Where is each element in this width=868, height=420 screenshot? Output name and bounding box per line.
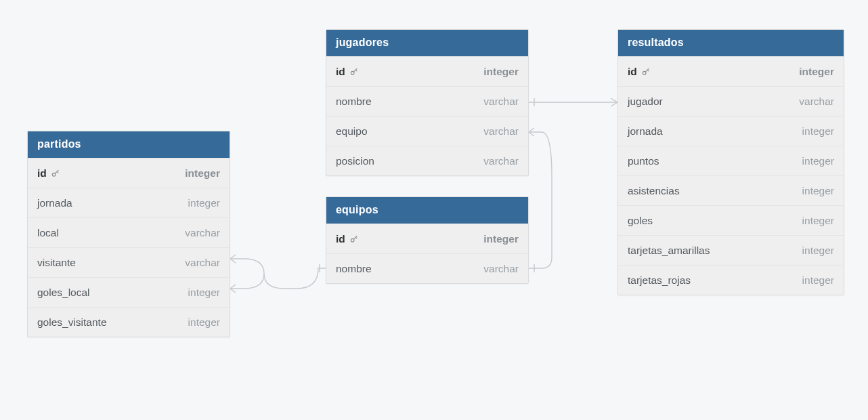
column-row: nombrevarchar: [326, 253, 528, 283]
column-row: goles_localinteger: [28, 277, 230, 307]
column-type: varchar: [483, 96, 519, 108]
column-row: id integer: [326, 224, 528, 253]
column-name: goles_local: [37, 287, 90, 299]
column-name: id: [336, 233, 345, 245]
column-type: varchar: [483, 155, 519, 167]
column-type: integer: [188, 287, 220, 299]
column-row: equipovarchar: [326, 116, 528, 146]
column-name: goles: [628, 215, 653, 227]
column-type: varchar: [185, 227, 220, 239]
column-type: varchar: [483, 263, 519, 275]
column-type: integer: [802, 155, 834, 167]
column-row: goles_visitanteinteger: [28, 307, 230, 337]
column-name: nombre: [336, 96, 372, 108]
column-row: jornadainteger: [28, 188, 230, 217]
primary-key-icon: [349, 67, 359, 77]
table-partidos: partidos id integer jornadainteger local…: [27, 131, 230, 337]
column-type: integer: [188, 197, 220, 209]
column-name: visitante: [37, 257, 76, 269]
column-type: integer: [185, 167, 220, 180]
column-type: integer: [483, 66, 519, 78]
column-type: integer: [802, 274, 834, 287]
column-row: localvarchar: [28, 217, 230, 247]
column-row: visitantevarchar: [28, 247, 230, 277]
column-name: equipo: [336, 125, 368, 138]
column-name: tarjetas_amarillas: [628, 245, 710, 257]
column-name: local: [37, 227, 59, 239]
table-header: partidos: [28, 131, 230, 158]
column-type: integer: [802, 215, 834, 227]
column-name: puntos: [628, 155, 659, 167]
primary-key-icon: [641, 67, 651, 77]
column-type: varchar: [483, 125, 519, 138]
column-row: jornadainteger: [618, 116, 844, 146]
column-row: tarjetas_rojasinteger: [618, 265, 844, 295]
table-equipos: equipos id integer nombrevarchar: [326, 196, 529, 284]
column-name: id: [628, 66, 637, 78]
column-row: id integer: [326, 56, 528, 86]
column-name: id: [37, 167, 47, 180]
column-type: integer: [802, 125, 834, 138]
column-name: id: [336, 66, 345, 78]
column-row: id integer: [28, 158, 230, 188]
column-type: varchar: [185, 257, 220, 269]
column-row: posicionvarchar: [326, 146, 528, 175]
column-name: jugador: [628, 96, 663, 108]
column-row: tarjetas_amarillasinteger: [618, 235, 844, 265]
table-header: resultados: [618, 30, 844, 56]
column-row: puntosinteger: [618, 146, 844, 175]
column-type: integer: [799, 66, 834, 78]
column-type: integer: [483, 233, 519, 245]
column-name: jornada: [628, 125, 663, 138]
column-name: goles_visitante: [37, 316, 107, 329]
column-row: id integer: [618, 56, 844, 86]
column-name: jornada: [37, 197, 72, 209]
column-row: golesinteger: [618, 205, 844, 235]
table-resultados: resultados id integer jugadorvarchar jor…: [617, 29, 844, 295]
column-row: asistenciasinteger: [618, 175, 844, 205]
column-type: integer: [802, 245, 834, 257]
table-header: jugadores: [326, 30, 528, 56]
column-name: tarjetas_rojas: [628, 274, 691, 287]
table-jugadores: jugadores id integer nombrevarchar equip…: [326, 29, 529, 176]
column-type: integer: [188, 316, 220, 329]
primary-key-icon: [51, 169, 60, 178]
column-name: posicion: [336, 155, 374, 167]
column-name: asistencias: [628, 185, 680, 197]
column-name: nombre: [336, 263, 372, 275]
column-row: jugadorvarchar: [618, 86, 844, 116]
table-header: equipos: [326, 197, 528, 224]
column-row: nombrevarchar: [326, 86, 528, 116]
column-type: varchar: [799, 96, 834, 108]
primary-key-icon: [349, 234, 359, 244]
column-type: integer: [802, 185, 834, 197]
